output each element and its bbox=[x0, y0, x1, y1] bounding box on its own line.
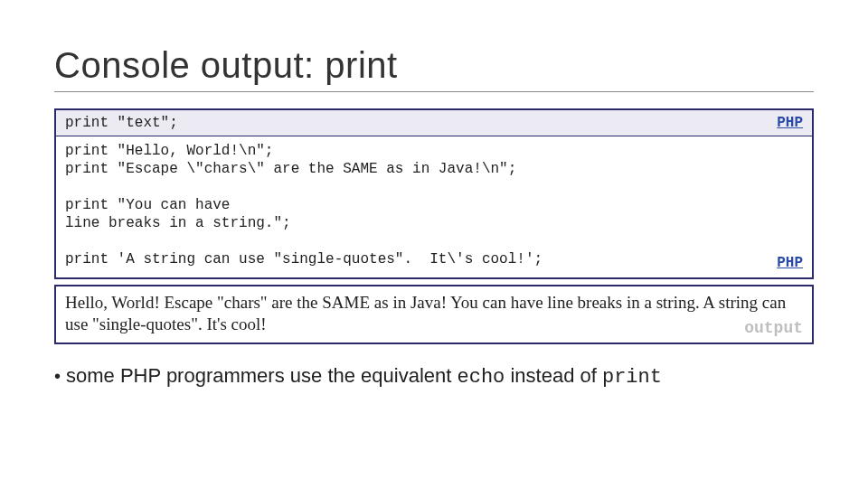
bullet-note: • some PHP programmers use the equivalen… bbox=[54, 364, 814, 389]
bullet-dot-icon: • bbox=[54, 367, 61, 385]
syntax-header: print "text"; PHP bbox=[56, 110, 812, 136]
page-title: Console output: print bbox=[54, 45, 814, 92]
bullet-text: some PHP programmers use the equivalent … bbox=[66, 364, 662, 389]
output-box: Hello, World! Escape "chars" are the SAM… bbox=[54, 285, 814, 344]
slide: Console output: print print "text"; PHP … bbox=[0, 0, 868, 416]
output-text: Hello, World! Escape "chars" are the SAM… bbox=[65, 293, 786, 333]
lang-tag-bottom: PHP bbox=[777, 254, 803, 272]
bullet-pre: some PHP programmers use the equivalent bbox=[66, 364, 457, 387]
code-lines: print "Hello, World!\n"; print "Escape \… bbox=[65, 143, 542, 267]
code-print: print bbox=[602, 366, 662, 389]
output-tag: output bbox=[744, 318, 803, 339]
code-echo: echo bbox=[458, 366, 505, 389]
syntax-line: print "text"; bbox=[65, 114, 178, 132]
code-body: print "Hello, World!\n"; print "Escape \… bbox=[56, 136, 812, 277]
lang-tag-top: PHP bbox=[777, 114, 803, 132]
syntax-code-box: print "text"; PHP print "Hello, World!\n… bbox=[54, 108, 814, 279]
bullet-mid: instead of bbox=[505, 364, 602, 387]
